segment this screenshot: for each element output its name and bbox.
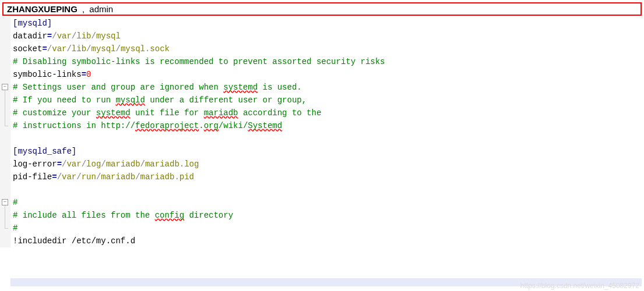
code-line: # customize your systemd unit file for m… (13, 107, 644, 119)
code-line: # Disabling symbolic-links is recommende… (13, 55, 644, 68)
code-line: [mysqld_safe] (13, 145, 644, 158)
header-bar: ZHANGXUEPING , admin (2, 2, 642, 16)
code-line: symbolic-links=0 (13, 68, 644, 81)
code-line: datadir=/var/lib/mysql (13, 30, 644, 42)
code-line (13, 183, 644, 196)
fold-guide (5, 90, 5, 126)
code-content[interactable]: [mysqld]datadir=/var/lib/mysqlsocket=/va… (10, 17, 644, 247)
fold-toggle-icon[interactable]: − (2, 199, 8, 205)
code-line: !includedir /etc/my.cnf.d (13, 235, 644, 247)
code-line: # (13, 196, 644, 209)
code-line: pid-file=/var/run/mariadb/mariadb.pid (13, 171, 644, 183)
fold-toggle-icon[interactable]: − (2, 84, 8, 90)
code-line: socket=/var/lib/mysql/mysql.sock (13, 42, 644, 55)
code-line (13, 132, 644, 145)
code-line: [mysqld] (13, 17, 644, 30)
header-separator: , (82, 4, 85, 14)
header-user: ZHANGXUEPING (7, 4, 78, 14)
fold-guide (5, 205, 5, 228)
code-line: # instructions in http://fedoraproject.o… (13, 119, 644, 132)
code-line: log-error=/var/log/mariadb/mariadb.log (13, 158, 644, 171)
code-line: # (13, 222, 644, 235)
code-line: # If you need to run mysqld under a diff… (13, 94, 644, 107)
code-line: # include all files from the config dire… (13, 209, 644, 222)
gutter: −− (0, 17, 10, 247)
fold-end (5, 228, 8, 229)
fold-end (5, 126, 8, 126)
watermark: https://blog.csdn.net/weixin_45082972 (520, 282, 639, 290)
code-line: # Settings user and group are ignored wh… (13, 81, 644, 94)
editor-area: −− [mysqld]datadir=/var/lib/mysqlsocket=… (0, 17, 644, 247)
header-role: admin (89, 4, 113, 14)
